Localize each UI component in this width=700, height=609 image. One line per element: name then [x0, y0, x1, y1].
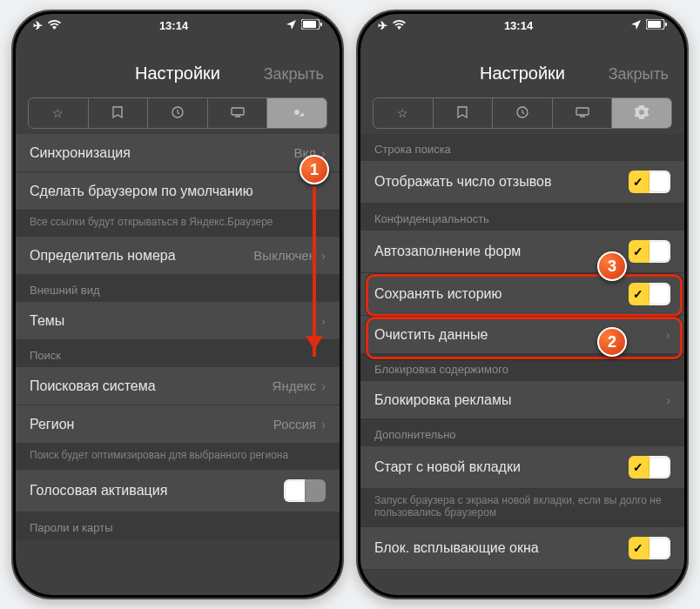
callout-3: 3 [597, 251, 627, 281]
toggle-voice[interactable] [284, 479, 326, 502]
tab-bar: ☆ [28, 97, 327, 129]
star-icon: ☆ [397, 106, 408, 120]
callout-1: 1 [300, 155, 329, 184]
footnote-region: Поиск будет оптимизирован для выбранного… [16, 444, 340, 470]
close-button[interactable]: Закрыть [609, 65, 669, 84]
row-region[interactable]: Регион Россия › [16, 405, 340, 444]
chevron-right-icon: › [321, 378, 326, 393]
tab-devices[interactable] [208, 98, 268, 128]
star-icon: ☆ [52, 106, 64, 120]
status-time: 13:14 [504, 19, 533, 32]
close-button[interactable]: Закрыть [264, 65, 324, 84]
section-additional: Дополнительно [360, 419, 684, 446]
section-privacy: Конфиденциальность [360, 204, 684, 231]
row-sync[interactable]: Синхронизация Вкл › [16, 134, 340, 172]
wifi-icon [393, 19, 406, 32]
row-label: Блокировка рекламы [374, 392, 511, 408]
bookmark-icon [457, 106, 468, 121]
page-title: Настройки [135, 64, 220, 84]
tab-favorites[interactable]: ☆ [374, 98, 434, 128]
phone-right: ✈ 13:14 Настройки Закрыть ☆ [356, 10, 689, 599]
callout-2: 2 [597, 327, 627, 357]
row-label: Отображать число отзывов [374, 174, 551, 190]
phone-left: ✈ 13:14 Настройки Закрыть ☆ [11, 10, 344, 599]
svg-rect-6 [648, 21, 661, 28]
row-search-engine[interactable]: Поисковая система Яндекс › [16, 367, 340, 405]
svg-rect-9 [576, 108, 589, 115]
battery-icon [646, 19, 667, 32]
row-label: Автозаполнение форм [374, 244, 521, 259]
footnote-default-browser: Все ссылки будут открываться в Яндекс.Бр… [16, 211, 340, 237]
row-block-popups[interactable]: Блок. всплывающие окна [360, 527, 684, 570]
tab-bookmarks[interactable] [434, 98, 494, 128]
header: Настройки Закрыть [360, 37, 684, 97]
row-label: Сделать браузером по умолчанию [30, 184, 253, 199]
section-passwords-cards: Пароли и карты [16, 512, 340, 539]
toggle-newtab[interactable] [629, 456, 670, 478]
location-icon [631, 19, 641, 32]
header: Настройки Закрыть [16, 37, 340, 97]
row-voice-activation[interactable]: Голосовая активация [16, 470, 340, 512]
section-appearance: Внешний вид [16, 275, 340, 302]
row-new-tab-start[interactable]: Старт с новой вкладки [360, 446, 684, 489]
row-label: Синхронизация [30, 145, 131, 161]
status-bar: ✈ 13:14 [16, 14, 340, 37]
airplane-icon: ✈ [378, 19, 387, 32]
row-default-browser[interactable]: Сделать браузером по умолчанию [16, 172, 340, 211]
row-reviews-count[interactable]: Отображать число отзывов [360, 161, 684, 204]
highlight-history-row [366, 274, 683, 317]
chevron-right-icon: › [321, 248, 326, 263]
row-adblock[interactable]: Блокировка рекламы › [360, 381, 684, 419]
status-bar: ✈ 13:14 [360, 14, 684, 37]
highlight-clear-row [366, 317, 683, 359]
row-caller-id[interactable]: Определитель номера Выключен › [16, 237, 340, 275]
gear-icon [290, 105, 304, 122]
tab-history[interactable] [493, 98, 553, 128]
row-label: Определитель номера [30, 248, 176, 264]
gear-icon [635, 105, 649, 122]
chevron-right-icon: › [666, 392, 670, 407]
svg-rect-2 [320, 23, 322, 26]
airplane-icon: ✈ [33, 19, 43, 32]
row-autofill[interactable]: Автозаполнение форм [360, 231, 684, 273]
svg-rect-1 [303, 21, 316, 28]
row-label: Старт с новой вкладки [374, 459, 521, 475]
row-label: Голосовая активация [30, 483, 167, 499]
bookmark-icon [112, 106, 123, 121]
chevron-right-icon: › [321, 313, 326, 328]
tab-history[interactable] [148, 98, 208, 128]
row-label: Темы [30, 313, 64, 329]
tab-settings[interactable] [612, 98, 671, 128]
arrow-down [313, 186, 316, 357]
svg-rect-7 [665, 23, 667, 26]
section-search: Поиск [16, 340, 340, 367]
row-label: Поисковая система [30, 378, 156, 394]
monitor-icon [575, 106, 589, 120]
tab-favorites[interactable]: ☆ [29, 98, 89, 128]
tab-settings[interactable] [267, 98, 326, 128]
monitor-icon [231, 106, 245, 120]
tab-bookmarks[interactable] [89, 98, 149, 128]
history-icon [516, 106, 528, 121]
svg-rect-4 [232, 108, 244, 115]
row-value: Выключен [253, 248, 316, 263]
page-title: Настройки [480, 64, 565, 84]
row-value: Яндекс [273, 378, 316, 393]
location-icon [286, 19, 296, 32]
wifi-icon [48, 19, 61, 32]
toggle-autofill[interactable] [629, 240, 670, 263]
status-time: 13:14 [159, 19, 188, 32]
section-searchbar: Строка поиска [360, 134, 684, 161]
row-label: Регион [30, 417, 74, 432]
history-icon [172, 106, 184, 121]
toggle-reviews[interactable] [629, 171, 670, 193]
row-themes[interactable]: Темы › [16, 302, 340, 340]
battery-icon [301, 19, 322, 32]
toggle-popups[interactable] [629, 537, 670, 559]
row-value: Россия [273, 417, 316, 432]
chevron-right-icon: › [321, 417, 326, 432]
row-label: Блок. всплывающие окна [374, 540, 539, 556]
footnote-new-tab: Запуск браузера с экрана новой вкладки, … [360, 489, 684, 527]
tab-bar: ☆ [373, 97, 672, 129]
tab-devices[interactable] [553, 98, 613, 128]
